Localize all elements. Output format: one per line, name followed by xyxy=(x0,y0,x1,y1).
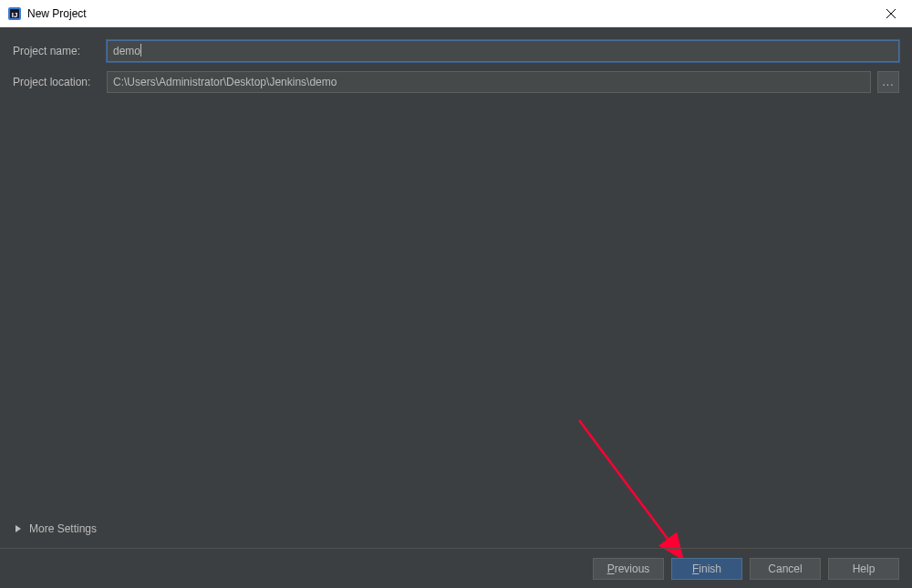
project-location-label: Project location: xyxy=(13,76,107,88)
help-label: Help xyxy=(853,562,876,575)
svg-marker-5 xyxy=(16,525,21,532)
window-title: New Project xyxy=(27,7,87,20)
more-settings-toggle[interactable]: More Settings xyxy=(15,522,97,535)
button-bar: Previous Finish Cancel Help xyxy=(0,548,912,588)
app-icon: IJ xyxy=(7,6,22,21)
finish-label-rest: inish xyxy=(699,562,721,575)
more-settings-label: More Settings xyxy=(29,522,97,535)
project-location-input[interactable]: C:\Users\Administrator\Desktop\Jenkins\d… xyxy=(107,71,871,93)
help-button[interactable]: Help xyxy=(828,558,899,580)
previous-label-rest: revious xyxy=(615,562,650,575)
svg-text:IJ: IJ xyxy=(12,10,18,18)
finish-button[interactable]: Finish xyxy=(671,558,742,580)
project-name-label: Project name: xyxy=(13,45,107,57)
dialog-content: Project name: demo Project location: C:\… xyxy=(0,27,912,588)
project-name-input[interactable]: demo xyxy=(107,40,899,62)
svg-line-7 xyxy=(579,420,681,557)
project-name-row: Project name: demo xyxy=(13,40,899,62)
titlebar: IJ New Project xyxy=(0,0,912,27)
previous-button[interactable]: Previous xyxy=(593,558,664,580)
project-location-row: Project location: C:\Users\Administrator… xyxy=(13,71,899,93)
close-button[interactable] xyxy=(870,0,912,27)
text-cursor xyxy=(140,44,141,57)
cancel-button[interactable]: Cancel xyxy=(750,558,821,580)
cancel-label: Cancel xyxy=(768,562,802,575)
browse-button[interactable]: ... xyxy=(877,71,899,93)
project-location-value: C:\Users\Administrator\Desktop\Jenkins\d… xyxy=(113,76,337,88)
project-name-value: demo xyxy=(113,45,140,57)
chevron-right-icon xyxy=(15,524,22,533)
